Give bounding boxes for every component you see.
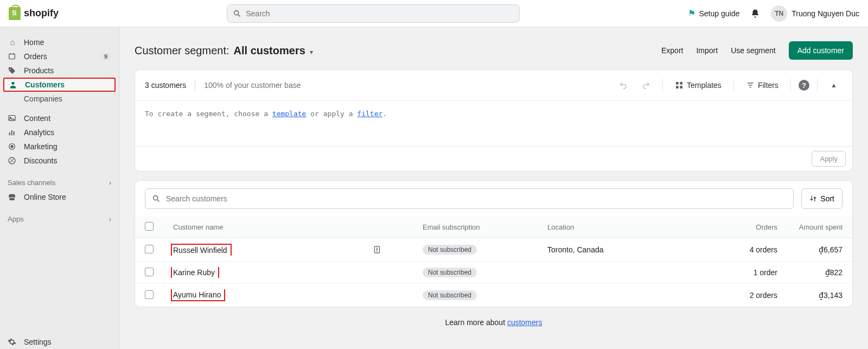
template-link[interactable]: template — [272, 110, 307, 118]
home-icon: ⌂ — [8, 37, 17, 47]
apps-heading[interactable]: Apps › — [0, 212, 119, 226]
user-menu[interactable]: TN Truong Nguyen Duc — [771, 5, 859, 22]
undo-button[interactable] — [615, 77, 632, 94]
separator — [662, 79, 663, 92]
subscription-badge: Not subscribed — [423, 290, 477, 300]
col-header-orders[interactable]: Orders — [668, 217, 787, 238]
separator — [817, 79, 818, 92]
orders-cell: 1 order — [668, 262, 787, 284]
header-actions: Export Import Use segment Add customer — [661, 41, 853, 60]
global-search-input[interactable] — [246, 9, 514, 18]
page-title-prefix: Customer segment: — [135, 45, 229, 57]
customers-help-link[interactable]: customers — [507, 318, 542, 327]
page-title-value: All customers — [234, 45, 305, 57]
sidebar-item-companies[interactable]: Companies — [0, 92, 119, 106]
sidebar-item-content[interactable]: Content — [0, 111, 119, 125]
export-button[interactable]: Export — [661, 46, 683, 55]
col-header-amount[interactable]: Amount spent — [787, 217, 852, 238]
editor-text: . — [382, 110, 387, 118]
brand-text: shopify — [24, 8, 59, 19]
redo-button[interactable] — [637, 77, 655, 94]
sidebar-item-products[interactable]: Products — [0, 64, 119, 78]
apply-button[interactable]: Apply — [812, 151, 846, 167]
segment-card-footer: Apply — [135, 146, 852, 171]
setup-guide-link[interactable]: ⚑ Setup guide — [688, 8, 739, 18]
customers-table: Customer name Email subscription Locatio… — [135, 217, 852, 307]
sidebar-item-analytics[interactable]: Analytics — [0, 125, 119, 139]
svg-point-0 — [234, 10, 239, 15]
svg-rect-6 — [9, 132, 10, 135]
sidebar-item-label: Settings — [24, 338, 52, 346]
row-checkbox[interactable] — [145, 290, 154, 299]
footer-text: Learn more about — [445, 318, 507, 327]
orders-cell: 2 orders — [668, 284, 787, 307]
editor-text: or apply a — [306, 110, 357, 118]
segment-tools: Templates Filters ? ▲ — [615, 77, 843, 94]
learn-more-footer: Learn more about customers — [135, 307, 853, 329]
sidebar-item-label: Customers — [25, 80, 65, 89]
table-row[interactable]: Karine Ruby Not subscribed 1 order ₫822 — [135, 262, 852, 284]
amount-cell: ₫6,657 — [787, 238, 852, 262]
sidebar-item-label: Discounts — [24, 156, 57, 165]
sidebar-item-label: Content — [24, 114, 50, 123]
templates-icon — [675, 81, 684, 90]
sidebar-item-online-store[interactable]: Online Store — [0, 190, 119, 204]
customer-search-input[interactable] — [166, 194, 787, 203]
note-icon[interactable] — [373, 245, 381, 254]
sidebar-item-customers[interactable]: Customers — [3, 78, 116, 92]
svg-rect-15 — [680, 86, 682, 88]
filters-label: Filters — [758, 81, 778, 90]
customer-name[interactable]: Ayumu Hirano — [171, 289, 225, 301]
store-icon — [8, 193, 17, 201]
row-checkbox[interactable] — [145, 268, 154, 276]
import-button[interactable]: Import — [696, 46, 718, 55]
gear-icon — [8, 338, 17, 346]
page-title[interactable]: Customer segment: All customers ▾ — [135, 45, 313, 57]
svg-point-19 — [154, 196, 158, 200]
chevron-right-icon: › — [109, 215, 111, 223]
row-checkbox[interactable] — [145, 245, 154, 253]
customers-table-card: Sort Customer name Email subscription Lo… — [135, 180, 853, 307]
table-row[interactable]: Ayumu Hirano Not subscribed 2 orders ₫3,… — [135, 284, 852, 307]
help-icon[interactable]: ? — [799, 80, 809, 91]
col-header-subscription[interactable]: Email subscription — [413, 217, 538, 238]
svg-point-10 — [11, 145, 13, 148]
filters-button[interactable]: Filters — [742, 78, 783, 93]
customer-search[interactable] — [145, 188, 794, 209]
analytics-icon — [8, 128, 17, 137]
separator — [790, 79, 791, 92]
segment-editor[interactable]: To create a segment, choose a template o… — [135, 101, 852, 146]
svg-rect-2 — [9, 54, 15, 59]
use-segment-button[interactable]: Use segment — [731, 46, 775, 55]
orders-icon — [8, 52, 17, 61]
collapse-button[interactable]: ▲ — [825, 77, 843, 94]
col-header-location[interactable]: Location — [538, 217, 668, 238]
select-all-checkbox[interactable] — [145, 222, 154, 231]
sidebar-item-discounts[interactable]: Discounts — [0, 154, 119, 168]
heading-label: Apps — [8, 215, 24, 223]
discount-icon — [8, 156, 17, 165]
sales-channels-heading[interactable]: Sales channels › — [0, 175, 119, 190]
sidebar-item-marketing[interactable]: Marketing — [0, 139, 119, 154]
sidebar-item-home[interactable]: ⌂ Home — [0, 35, 119, 49]
sidebar-item-settings[interactable]: Settings — [0, 335, 119, 349]
notifications-icon[interactable] — [750, 9, 760, 18]
chevron-right-icon: › — [109, 179, 111, 187]
separator — [733, 79, 734, 92]
avatar: TN — [771, 5, 787, 22]
templates-button[interactable]: Templates — [671, 78, 726, 93]
table-row[interactable]: Russell Winfield Not subscribed Toronto,… — [135, 238, 852, 262]
customer-name[interactable]: Karine Ruby — [171, 267, 219, 278]
orders-badge: 9 — [100, 53, 111, 60]
add-customer-button[interactable]: Add customer — [789, 41, 853, 60]
logo[interactable]: shopify — [9, 7, 59, 20]
filter-link[interactable]: filter — [357, 110, 382, 118]
col-header-name[interactable]: Customer name — [163, 217, 413, 238]
sidebar-item-orders[interactable]: Orders 9 — [0, 49, 119, 64]
global-search[interactable] — [227, 4, 520, 23]
sort-button[interactable]: Sort — [801, 188, 843, 209]
content-icon — [8, 114, 17, 123]
customer-name[interactable]: Russell Winfield — [171, 244, 232, 256]
svg-rect-7 — [11, 130, 12, 135]
amount-cell: ₫3,143 — [787, 284, 852, 307]
